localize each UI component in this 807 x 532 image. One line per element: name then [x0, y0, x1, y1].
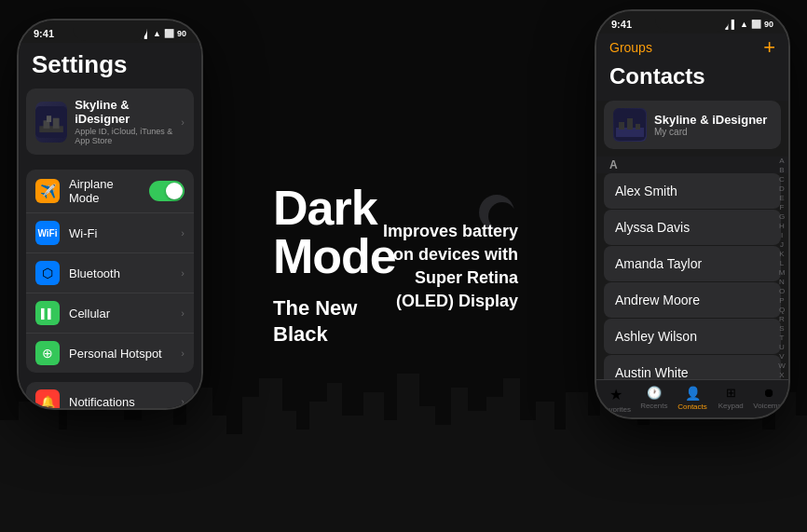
alpha-p[interactable]: P	[777, 296, 786, 305]
alpha-w[interactable]: W	[777, 361, 786, 370]
alpha-d[interactable]: D	[777, 184, 786, 193]
contacts-status-time: 9:41	[611, 19, 632, 30]
cellular-row[interactable]: ▌▌ Cellular ›	[26, 293, 194, 334]
svg-rect-28	[466, 411, 489, 532]
svg-rect-26	[432, 425, 453, 532]
svg-rect-27	[451, 388, 468, 532]
favorites-label: Favorites	[600, 405, 631, 414]
alpha-v[interactable]: V	[777, 352, 786, 361]
tab-favorites[interactable]: ★ Favorites	[596, 386, 635, 414]
groups-bar: Groups +	[609, 37, 775, 61]
tab-bar: ★ Favorites 🕐 Recents 👤 Contacts ⊞ Keypa…	[596, 379, 788, 417]
alpha-x[interactable]: X	[777, 371, 786, 379]
wifi-row[interactable]: WiFi Wi-Fi ›	[26, 213, 194, 253]
alpha-s[interactable]: S	[777, 324, 786, 333]
apple-id-sub: Apple ID, iCloud, iTunes & App Store	[75, 127, 181, 145]
add-contact-button[interactable]: +	[763, 37, 775, 58]
airplane-mode-label: Airplane Mode	[69, 177, 140, 205]
svg-rect-49	[39, 126, 63, 132]
tab-voicemail[interactable]: ⏺ Voicemail	[750, 386, 788, 414]
svg-rect-33	[553, 430, 568, 532]
bluetooth-row[interactable]: ⬡ Bluetooth ›	[26, 253, 194, 293]
groups-label[interactable]: Groups	[609, 40, 652, 55]
voicemail-label: Voicemail	[753, 402, 785, 410]
svg-rect-2	[19, 402, 37, 532]
contacts-battery-icon: ⬜	[751, 20, 761, 29]
skyline-thumbnail	[613, 108, 647, 142]
settings-title: Settings	[19, 43, 201, 89]
contact-ashley-wilson[interactable]: Ashley Wilson	[604, 319, 781, 354]
hotspot-icon: ⊕	[35, 341, 60, 365]
alpha-m[interactable]: M	[777, 268, 786, 277]
alpha-u[interactable]: U	[777, 343, 786, 351]
airplane-mode-toggle[interactable]	[149, 181, 185, 201]
alpha-r[interactable]: R	[777, 315, 786, 323]
cellular-chevron: ›	[181, 307, 185, 319]
contacts-wifi-icon: ▲	[740, 20, 748, 29]
contacts-battery-value: 90	[764, 20, 773, 29]
airplane-mode-row[interactable]: ✈️ Airplane Mode	[26, 170, 194, 213]
svg-rect-14	[224, 434, 244, 532]
apple-id-row[interactable]: Skyline & iDesigner Apple ID, iCloud, iT…	[26, 89, 194, 155]
alpha-j[interactable]: J	[777, 240, 786, 249]
alpha-g[interactable]: G	[777, 212, 786, 221]
tab-contacts[interactable]: 👤 Contacts	[673, 386, 711, 414]
alpha-h[interactable]: H	[777, 222, 786, 230]
hotspot-chevron: ›	[181, 348, 185, 359]
svg-rect-57	[636, 124, 640, 130]
keypad-icon: ⊞	[726, 386, 736, 400]
skyline-card[interactable]: Skyline & iDesigner My card	[604, 101, 781, 149]
alpha-o[interactable]: O	[777, 287, 786, 295]
tab-recents[interactable]: 🕐 Recents	[635, 386, 673, 414]
alpha-q[interactable]: Q	[777, 306, 786, 314]
keypad-label: Keypad	[718, 402, 744, 410]
bluetooth-chevron: ›	[181, 267, 185, 279]
contact-austin-white[interactable]: Austin White	[604, 355, 781, 379]
contacts-body: A Alex Smith Alyssa Davis Amanda Taylor …	[596, 157, 788, 379]
settings-group-connectivity: ✈️ Airplane Mode WiFi Wi-Fi › ⬡ Bluetoot…	[26, 170, 194, 373]
svg-rect-16	[259, 378, 282, 532]
alpha-t[interactable]: T	[777, 334, 786, 342]
svg-rect-24	[397, 374, 419, 532]
wifi-label: Wi-Fi	[69, 226, 171, 240]
notifications-row[interactable]: 🔔 Notifications ›	[26, 382, 194, 410]
hotspot-row[interactable]: ⊕ Personal Hotspot ›	[26, 334, 194, 373]
svg-rect-55	[619, 122, 624, 130]
contacts-notch	[655, 11, 730, 32]
contact-alyssa-davis[interactable]: Alyssa Davis	[604, 210, 781, 245]
svg-rect-56	[627, 118, 633, 130]
settings-notch	[73, 20, 147, 41]
contact-andrew-moore[interactable]: Andrew Moore	[604, 282, 781, 318]
settings-phone-frame: 9:41 ▌▌▌ ▲ ⬜ 90 Settings	[17, 19, 203, 410]
contact-amanda-taylor[interactable]: Amanda Taylor	[604, 246, 781, 281]
contacts-top-bar: Groups + Contacts	[596, 34, 788, 101]
hotspot-label: Personal Hotspot	[69, 347, 171, 361]
cellular-label: Cellular	[69, 307, 171, 321]
svg-rect-44	[744, 402, 762, 532]
alpha-n[interactable]: N	[777, 278, 786, 286]
alpha-l[interactable]: L	[777, 259, 786, 267]
alpha-e[interactable]: E	[777, 194, 786, 202]
alpha-c[interactable]: C	[777, 175, 786, 184]
alpha-b[interactable]: B	[777, 166, 786, 174]
settings-screen: 9:41 ▌▌▌ ▲ ⬜ 90 Settings	[19, 20, 201, 408]
settings-status-time: 9:41	[34, 28, 54, 39]
svg-rect-21	[340, 416, 366, 532]
contacts-tab-label: Contacts	[677, 402, 707, 411]
alpha-i[interactable]: I	[777, 231, 786, 239]
recents-label: Recents	[640, 402, 667, 410]
wifi-icon: ▲	[153, 29, 161, 38]
favorites-icon: ★	[609, 386, 622, 403]
svg-rect-47	[793, 416, 807, 532]
notifications-icon: 🔔	[35, 389, 60, 410]
alpha-f[interactable]: F	[777, 203, 786, 211]
settings-group-notifications: 🔔 Notifications › ◉ Sounds & Haptics › 🌙…	[26, 382, 194, 410]
section-a-header: A	[596, 157, 788, 173]
tab-keypad[interactable]: ⊞ Keypad	[712, 386, 750, 414]
svg-rect-15	[242, 397, 261, 532]
alpha-k[interactable]: K	[777, 250, 786, 258]
svg-rect-40	[673, 411, 691, 532]
alpha-a[interactable]: A	[777, 157, 786, 165]
contact-alex-smith[interactable]: Alex Smith	[604, 173, 781, 209]
svg-rect-20	[327, 383, 342, 532]
